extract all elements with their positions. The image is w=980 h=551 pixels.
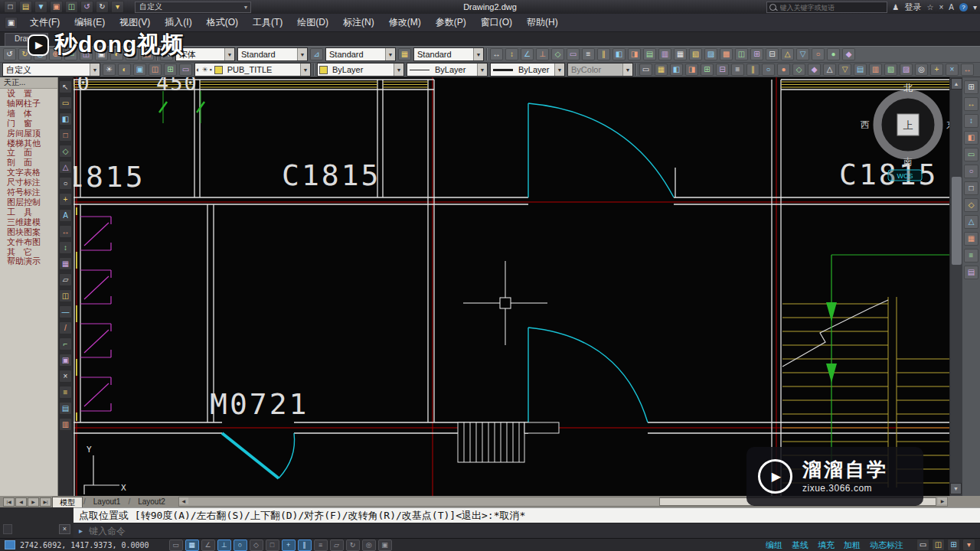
scrollbar-thumb[interactable] [952, 177, 962, 265]
scroll-down-button[interactable]: ▼ [950, 483, 962, 494]
snap-toggle-icon[interactable]: ○ [234, 540, 247, 551]
caret-down-icon[interactable]: ▾ [973, 4, 977, 11]
snap-toggle-icon[interactable]: ⊥ [217, 540, 231, 551]
tab-model[interactable]: 模型 [52, 497, 83, 507]
toolbar-icon[interactable]: ◫ [80, 48, 93, 60]
status-toggle[interactable]: 动态标注 [867, 540, 906, 551]
login-link[interactable]: 登录 [904, 2, 921, 13]
menu-item-4[interactable]: 格式(O) [200, 14, 245, 31]
palette-item[interactable]: 楼梯其他 [0, 139, 57, 148]
toolbar-icon[interactable]: ○ [762, 64, 775, 76]
toolbar-icon[interactable]: ▧ [884, 64, 897, 76]
toolbar-icon[interactable]: × [946, 64, 959, 76]
menu-item-3[interactable]: 插入(I) [158, 14, 198, 31]
draw-tool-icon[interactable]: △ [59, 161, 72, 174]
color-combo[interactable]: ByLayer ▼ [317, 63, 404, 77]
palette-item[interactable]: 图块图案 [0, 227, 57, 237]
draw-tool-icon[interactable]: A [59, 209, 72, 222]
layer-tool-icon[interactable]: ▣ [133, 64, 146, 76]
snap-toggle-icon[interactable]: ↻ [346, 540, 360, 551]
toolbar-icon[interactable]: ◐ [110, 48, 123, 60]
toolbar-icon[interactable]: ▨ [704, 48, 717, 60]
workspace-combo[interactable]: 自定义 ▼ [2, 63, 100, 77]
toolbar-icon[interactable]: ▧ [689, 48, 702, 60]
titlebar-icon[interactable]: ▤ [19, 1, 32, 13]
user-icon[interactable]: ♟ [893, 4, 900, 11]
model-space-icon[interactable] [5, 540, 15, 549]
draw-tool-icon[interactable]: ≡ [59, 386, 72, 399]
titlebar-icon[interactable]: ▾ [111, 1, 124, 13]
toolbar-icon[interactable]: ◎ [915, 64, 928, 76]
toolbar-icon[interactable]: ↺ [3, 48, 16, 60]
toolbar-icon[interactable]: ◇ [792, 64, 805, 76]
toolbar-icon[interactable]: ⊟ [716, 64, 729, 76]
draw-tool-icon[interactable]: ○ [59, 177, 72, 190]
titlebar-icon[interactable]: ▣ [50, 1, 63, 13]
statusbar-icon[interactable]: ▾ [962, 539, 975, 551]
toolbar-icon[interactable]: ▭ [64, 48, 77, 60]
dim-style-icon[interactable]: ⊿ [310, 48, 323, 60]
command-close-button[interactable]: × [59, 524, 70, 534]
snap-toggle-icon[interactable]: ▦ [185, 540, 199, 551]
toolbar-icon[interactable]: ◧ [670, 64, 683, 76]
palette-item[interactable]: 文字表格 [0, 168, 57, 178]
toolbar-icon[interactable]: ⊞ [701, 64, 714, 76]
tab-nav-button[interactable]: ◀ [15, 497, 27, 507]
layer-tool-icon[interactable]: ⊞ [164, 64, 177, 76]
menu-item-10[interactable]: 窗口(O) [474, 14, 519, 31]
modify-tool-icon[interactable]: ▭ [964, 148, 978, 161]
status-toggle[interactable]: 加粗 [841, 540, 863, 551]
menu-item-0[interactable]: 文件(F) [23, 14, 67, 31]
toolbar-icon[interactable]: ◇ [551, 48, 564, 60]
draw-tool-icon[interactable]: ◫ [59, 289, 72, 302]
toolbar-icon[interactable]: ◫ [735, 48, 748, 60]
horizontal-scrollbar[interactable]: ◀ ▶ [178, 497, 948, 507]
tab-nav-button[interactable]: ▶ [28, 497, 39, 507]
lineweight-combo[interactable]: ByLayer ▼ [490, 63, 565, 77]
toolbar-icon[interactable]: ▤ [141, 48, 154, 60]
toolbar-icon[interactable]: ▥ [658, 48, 671, 60]
palette-item[interactable]: 文件布图 [0, 237, 57, 247]
dim-style-combo[interactable]: Standard ▼ [325, 47, 396, 61]
command-input-line[interactable]: ▸ [74, 523, 980, 538]
draw-tool-icon[interactable]: + [59, 193, 72, 206]
menu-item-2[interactable]: 视图(V) [113, 14, 157, 31]
tab-nav-button[interactable]: |◀ [3, 497, 15, 507]
snap-toggle-icon[interactable]: + [282, 540, 296, 551]
titlebar-icon[interactable]: ◫ [65, 1, 78, 13]
draw-tool-icon[interactable]: ⌐ [59, 337, 72, 350]
modify-tool-icon[interactable]: ▤ [964, 266, 978, 279]
palette-item[interactable]: 尺寸标注 [0, 178, 57, 187]
palette-item[interactable]: 房间屋顶 [0, 129, 57, 139]
palette-item[interactable]: 设 置 [0, 89, 57, 99]
toolbar-icon[interactable]: ↻ [18, 48, 31, 60]
toolbar-icon[interactable]: ▦ [674, 48, 687, 60]
palette-item[interactable]: 帮助演示 [0, 256, 57, 266]
modify-tool-icon[interactable]: △ [964, 215, 978, 229]
text-style-combo[interactable]: Standard ▼ [237, 47, 308, 61]
menu-item-11[interactable]: 帮助(H) [520, 14, 565, 31]
palette-item[interactable]: 三维建模 [0, 217, 57, 227]
toolbar-icon[interactable]: ◎ [34, 48, 47, 60]
toolbar-icon[interactable]: ◨ [628, 48, 641, 60]
toolbar-icon[interactable]: ▽ [796, 48, 809, 60]
palette-title[interactable]: 天正... [0, 77, 57, 89]
toolbar-icon[interactable]: ↕ [505, 48, 518, 60]
draw-tool-icon[interactable]: ◇ [59, 145, 72, 158]
search-input[interactable] [779, 3, 884, 12]
tab-layout1[interactable]: Layout1 [87, 497, 128, 507]
toolbar-icon[interactable]: ◧ [612, 48, 626, 60]
toolbar-icon[interactable]: ▨ [900, 64, 913, 76]
layer-tool-icon[interactable]: ◫ [149, 64, 162, 76]
draw-tool-icon[interactable]: ▣ [59, 354, 72, 367]
draw-tool-icon[interactable]: □ [59, 129, 72, 142]
modify-tool-icon[interactable]: ○ [964, 165, 978, 178]
modify-tool-icon[interactable]: ◇ [964, 198, 978, 212]
menu-item-8[interactable]: 修改(M) [382, 14, 428, 31]
draw-tool-icon[interactable]: ↔ [59, 225, 72, 238]
toolbar-icon[interactable]: ● [827, 48, 840, 60]
close-icon[interactable]: × [939, 4, 943, 11]
autodesk-a-icon[interactable]: A [949, 4, 954, 11]
toolbar-icon[interactable]: ▦ [655, 64, 668, 76]
scrollbar-thumb[interactable] [659, 497, 936, 506]
